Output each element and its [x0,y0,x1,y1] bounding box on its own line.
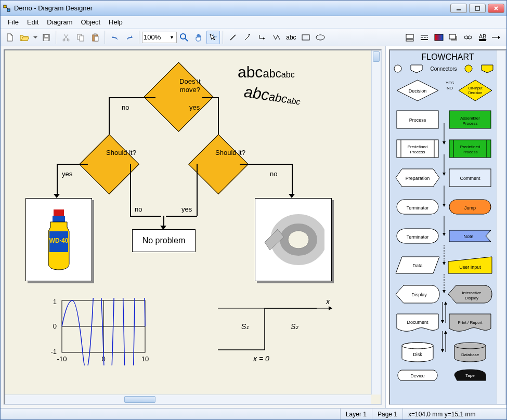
connector-circle-yellow-icon[interactable] [464,64,473,73]
svg-rect-16 [95,36,98,41]
palette-tape[interactable]: Tape [445,368,495,383]
new-file-icon[interactable] [3,31,17,44]
svg-text:User Input: User Input [459,265,481,270]
palette-decision[interactable]: Decision [392,76,443,104]
svg-text:Process: Process [409,117,426,123]
redo-icon[interactable] [123,31,136,44]
menu-object[interactable]: Object [76,17,105,27]
text-tool-icon[interactable]: abc [284,31,298,44]
svg-text:Terminator: Terminator [406,205,428,211]
menu-file[interactable]: File [4,17,23,27]
palette-interactive-display[interactable]: InteractiveDisplay [445,280,495,308]
svg-rect-8 [44,38,48,41]
svg-rect-29 [435,34,443,41]
text-color-icon[interactable]: AB [476,31,489,44]
palette-predefined-process-green[interactable]: PredefinedProcess [445,135,495,163]
palette-terminator2[interactable]: Terminator [392,222,443,250]
pan-tool-icon[interactable] [192,31,205,44]
palette: FLOWCHART Connectors Decision [385,46,506,408]
connector-circle-icon[interactable] [393,64,402,73]
palette-jump[interactable]: Jump [445,193,495,221]
canvas-vertical-scrollbar[interactable] [371,50,381,395]
copy-icon[interactable] [74,31,87,44]
zoom-input[interactable] [144,33,168,41]
dropdown-icon[interactable] [32,31,38,44]
open-file-icon[interactable] [18,31,31,44]
menu-help[interactable]: Help [105,17,127,27]
palette-data[interactable]: Data [392,251,443,279]
canvas-horizontal-scrollbar[interactable] [5,395,371,404]
line-tool-icon[interactable] [226,31,240,44]
zoom-tool-icon[interactable] [177,31,191,44]
undo-icon[interactable] [108,31,122,44]
close-button[interactable] [488,4,504,13]
arrow-right-icon[interactable] [490,31,504,44]
svg-rect-35 [54,209,64,216]
link-icon[interactable] [461,31,475,44]
svg-point-41 [288,231,309,248]
image-wd40[interactable]: WD·40 [25,198,92,281]
palette-database[interactable]: Database [445,338,495,366]
svg-text:On-Input: On-Input [468,86,482,90]
svg-point-56 [394,65,401,72]
palette-disk[interactable]: Disk [392,338,443,366]
palette-comment[interactable]: Comment [445,164,495,192]
arrow-tool-icon[interactable] [241,31,254,44]
minimize-button[interactable] [450,4,467,13]
zoom-selector[interactable]: ▼ [142,32,177,43]
ellipse-tool-icon[interactable] [314,31,327,44]
palette-document[interactable]: Document [392,309,443,337]
main-area: Does it move? no yes Should it? Should i… [1,46,506,408]
svg-text:Decision: Decision [468,91,482,95]
plot-sine[interactable]: 1 0 -1 -10 0 10 [46,298,150,365]
maximize-button[interactable] [469,4,486,13]
menu-edit[interactable]: Edit [23,17,43,27]
line-style-icon[interactable] [418,31,431,44]
select-tool-icon[interactable] [206,31,220,44]
svg-rect-9 [45,35,48,37]
rect-tool-icon[interactable] [299,31,313,44]
cut-icon[interactable] [59,31,73,44]
palette-device[interactable]: Device [392,368,443,383]
status-page[interactable]: Page 1 [372,409,402,419]
svg-text:Display: Display [464,296,478,300]
process-node[interactable]: No problem [132,229,196,252]
text-sample[interactable]: abcabcabc [238,63,295,81]
fill-color-icon[interactable] [403,31,417,44]
palette-vertical-scrollbar[interactable] [496,50,505,404]
zigzag-tool-icon[interactable] [270,31,283,44]
svg-point-95 [454,343,486,349]
connector-offpage-icon[interactable] [410,64,423,73]
svg-text:Terminator: Terminator [406,234,428,240]
palette-note[interactable]: Note [445,222,495,250]
svg-text:Data: Data [412,263,422,268]
svg-rect-24 [406,34,413,38]
svg-text:x: x [326,298,330,306]
edge-label: no [122,103,129,111]
palette-process[interactable]: Process [392,106,443,134]
chevron-down-icon[interactable]: ▼ [168,35,175,40]
toolbar: ▼ abc AB [1,29,506,46]
menu-diagram[interactable]: Diagram [43,17,76,27]
palette-terminator[interactable]: Terminator [392,193,443,221]
palette-predefined-process[interactable]: PredefinedProcess [392,135,443,163]
paste-icon[interactable] [88,31,102,44]
plot-step[interactable]: x S₁ S₂ x = 0 [213,298,337,365]
canvas[interactable]: Does it move? no yes Should it? Should i… [4,49,382,405]
connector-offpage-yellow-icon[interactable] [480,64,494,73]
status-layer[interactable]: Layer 1 [340,409,372,419]
palette-print-report[interactable]: Print / Report [445,309,495,337]
palette-assembler-process[interactable]: AssemblerProcess [445,106,495,134]
palette-user-input[interactable]: User Input [445,251,495,279]
palette-on-input-decision[interactable]: YES NO On-InputDecision [445,76,495,104]
svg-text:Predefined: Predefined [407,145,427,149]
palette-preparation[interactable]: Preparation [392,164,443,192]
connector-tool-icon[interactable] [255,31,269,44]
svg-text:Note: Note [463,234,473,239]
image-duct-tape[interactable] [255,198,332,281]
gradient-icon[interactable] [432,31,446,44]
shadow-icon[interactable] [447,31,460,44]
palette-display[interactable]: Display [392,280,443,308]
text-sample[interactable]: abcabcabc [243,83,302,109]
save-icon[interactable] [40,31,53,44]
